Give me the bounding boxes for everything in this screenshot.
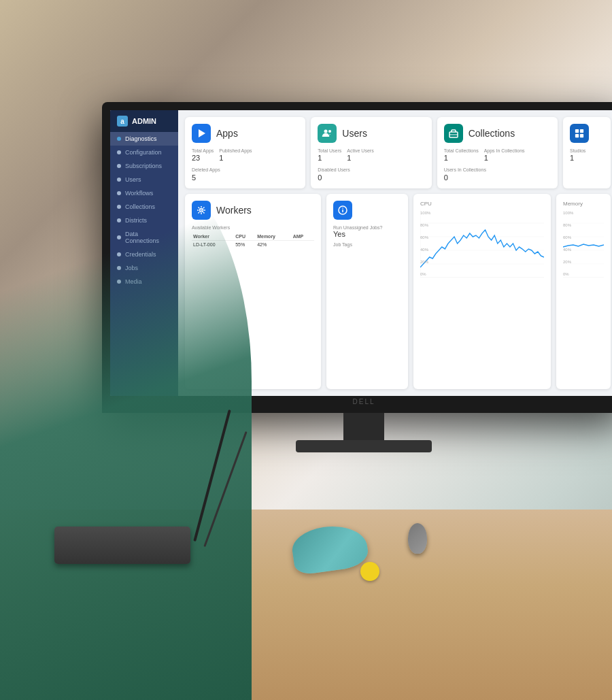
sidebar-item-diagnostics[interactable]: Diagnostics — [110, 132, 178, 146]
apps-deleted-value: 5 — [192, 173, 299, 182]
apps-icon-container — [192, 124, 211, 143]
mouse — [408, 523, 427, 554]
apps-total-stat: Total Apps 23 — [192, 148, 214, 162]
users-icon — [322, 128, 333, 139]
cpu-label-60: 60% — [420, 235, 430, 239]
sidebar-dot-diagnostics — [117, 137, 121, 141]
users-disabled-label: Disabled Users — [318, 167, 424, 173]
svg-point-1 — [324, 130, 328, 133]
studios-card-header — [570, 124, 604, 143]
apps-deleted-stat: Deleted Apps 5 — [192, 167, 299, 181]
monitor-stand-base — [296, 440, 432, 452]
users-total-label: Total Users — [318, 148, 341, 154]
apps-deleted-label: Deleted Apps — [192, 167, 299, 173]
svg-marker-0 — [199, 129, 205, 137]
studios-value: 1 — [570, 154, 585, 162]
cpu-label-40: 40% — [420, 248, 430, 252]
apps-total-label: Total Apps — [192, 148, 214, 154]
collections-users-value: 0 — [444, 173, 551, 182]
sidebar-dot-subscriptions — [117, 164, 121, 168]
memory-chart-card: Memory 100% — [556, 194, 611, 389]
svg-rect-7 — [575, 134, 579, 137]
cpu-chart-area: 100% 80% 60% 40% 20% 0% — [420, 210, 544, 278]
cpu-label-20: 20% — [420, 260, 430, 264]
studios-stats: Studios 1 — [570, 148, 604, 162]
svg-point-2 — [328, 130, 331, 133]
apps-published-value: 1 — [219, 154, 252, 162]
users-card-header: Users — [318, 124, 424, 143]
collections-users-stat: Users In Collections 0 — [444, 167, 551, 181]
collections-users-label: Users In Collections — [444, 167, 551, 173]
users-active-stat: Active Users 1 — [347, 148, 373, 162]
apps-card-header: Apps — [192, 124, 299, 143]
svg-rect-6 — [580, 129, 583, 133]
apps-total-value: 23 — [192, 154, 214, 162]
collections-total-stat: Total Collections 1 — [444, 148, 479, 162]
col-amp: AMP — [292, 233, 314, 241]
jobs-unassigned: Run Unassigned Jobs? Yes — [333, 225, 401, 238]
cpu-label-80: 80% — [420, 223, 430, 227]
person-overlay — [0, 169, 252, 700]
keyboard — [54, 527, 190, 564]
collections-icon-container — [444, 124, 463, 143]
svg-rect-5 — [575, 129, 579, 133]
users-card-title: Users — [342, 128, 367, 139]
sidebar-logo: a — [117, 116, 128, 127]
sidebar-item-configuration[interactable]: Configuration — [110, 146, 178, 159]
collections-card-header: Collections — [444, 124, 551, 143]
sidebar-brand: ADMIN — [132, 117, 156, 125]
yellow-sticker — [360, 562, 379, 581]
users-stats: Total Users 1 Active Users 1 Disabled Us… — [318, 148, 424, 182]
collections-stats: Total Collections 1 Apps In Collections … — [444, 148, 551, 182]
studios-stat: Studios 1 — [570, 148, 585, 162]
memory-chart-title: Memory — [563, 201, 604, 207]
cpu-label-100: 100% — [420, 211, 430, 215]
users-active-value: 1 — [347, 154, 373, 162]
memory-chart-area: 100% 80% 60% 40% 20% 0% — [563, 210, 604, 278]
monitor-stand-neck — [343, 413, 384, 440]
collections-apps-label: Apps In Collections — [484, 148, 525, 154]
jobs-icon-container — [333, 201, 352, 220]
grid-icon — [575, 129, 584, 138]
studios-icon-container — [570, 124, 589, 143]
workers-title: Workers — [216, 205, 252, 216]
sidebar-header: a ADMIN — [110, 110, 178, 132]
apps-published-stat: Published Apps 1 — [219, 148, 252, 162]
briefcase-icon — [448, 128, 459, 139]
users-disabled-stat: Disabled Users 0 — [318, 167, 424, 181]
cpu-y-labels: 100% 80% 60% 40% 20% 0% — [420, 210, 430, 278]
cpu-chart-title: CPU — [420, 201, 544, 207]
worker-amp — [292, 240, 314, 248]
info-icon — [337, 205, 348, 216]
apps-published-label: Published Apps — [219, 148, 252, 154]
cpu-chart-card: CPU 100 — [413, 194, 551, 389]
collections-total-label: Total Collections — [444, 148, 479, 154]
users-disabled-value: 0 — [318, 173, 424, 182]
svg-rect-8 — [580, 134, 583, 137]
worker-cpu: 55% — [234, 240, 256, 248]
col-cpu: CPU — [234, 233, 256, 241]
studios-card: Studios 1 — [563, 117, 611, 188]
users-active-label: Active Users — [347, 148, 373, 154]
apps-stats: Total Apps 23 Published Apps 1 Deleted A… — [192, 148, 299, 182]
jobs-unassigned-label: Run Unassigned Jobs? — [333, 225, 401, 230]
apps-card: Apps Total Apps 23 Published Apps 1 — [185, 117, 305, 188]
jobs-unassigned-value: Yes — [333, 230, 401, 238]
users-icon-container — [318, 124, 337, 143]
svg-point-13 — [342, 207, 343, 209]
cards-row: Apps Total Apps 23 Published Apps 1 — [185, 117, 611, 188]
memory-y-labels: 100% 80% 60% 40% 20% 0% — [563, 210, 573, 278]
jobs-header — [333, 201, 401, 220]
cpu-label-0: 0% — [420, 272, 430, 276]
cpu-chart-line — [420, 230, 544, 267]
collections-total-value: 1 — [444, 154, 479, 162]
jobs-tags-label: Job Tags — [333, 242, 401, 247]
sidebar-dot-configuration — [117, 150, 121, 154]
jobs-card: Run Unassigned Jobs? Yes Job Tags — [326, 194, 408, 389]
collections-apps-value: 1 — [484, 154, 525, 162]
collections-card: Collections Total Collections 1 Apps In … — [437, 117, 558, 188]
worker-memory: 42% — [256, 240, 292, 248]
play-icon — [196, 128, 207, 139]
collections-apps-stat: Apps In Collections 1 — [484, 148, 525, 162]
col-memory: Memory — [256, 233, 292, 241]
